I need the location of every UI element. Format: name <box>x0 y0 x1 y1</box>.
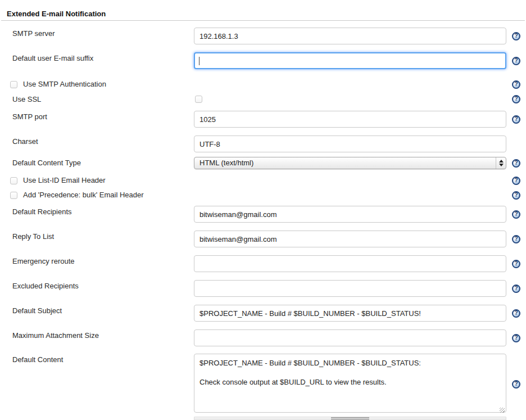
charset-label: Charset <box>0 136 194 152</box>
default-subject-label: Default Subject <box>0 305 194 322</box>
row-smtp-port: SMTP port ? <box>0 111 526 128</box>
use-smtp-auth-checkbox[interactable] <box>10 81 17 88</box>
help-icon[interactable]: ? <box>512 210 520 219</box>
row-list-id: Use List-ID Email Header ? <box>0 176 526 185</box>
row-use-smtp-auth: Use SMTP Authentication ? <box>0 80 526 89</box>
excluded-recipients-label: Excluded Recipients <box>0 280 194 297</box>
row-default-suffix: Default user E-mail suffix ? <box>0 52 526 69</box>
smtp-port-input[interactable] <box>194 111 506 128</box>
row-excluded-recipients: Excluded Recipients ? <box>0 280 526 297</box>
row-default-recipients: Default Recipients ? <box>0 206 526 223</box>
default-suffix-input[interactable] <box>194 52 506 69</box>
precedence-bulk-label: Add 'Precedence: bulk' Email Header <box>23 191 144 200</box>
select-stepper-icon <box>496 157 506 169</box>
help-icon[interactable]: ? <box>512 380 520 389</box>
charset-input[interactable] <box>194 136 506 152</box>
row-default-content: Default Content $PROJECT_NAME - Build # … <box>0 354 526 414</box>
max-attachment-label: Maximum Attachment Size <box>0 329 194 346</box>
section-header: Extended E-mail Notification <box>1 0 525 21</box>
row-default-subject: Default Subject ? <box>0 305 526 322</box>
use-ssl-label: Use SSL <box>0 94 194 103</box>
extended-email-notification-form: SMTP server ? Default user E-mail suffix… <box>0 28 526 420</box>
use-smtp-auth-label: Use SMTP Authentication <box>23 80 106 89</box>
section-title: Extended E-mail Notification <box>7 10 519 18</box>
help-icon[interactable]: ? <box>512 95 520 103</box>
row-content-type: Default Content Type HTML (text/html) ? <box>0 157 526 169</box>
row-charset: Charset <box>0 136 526 152</box>
row-drag-bar <box>0 417 526 420</box>
reply-to-input[interactable] <box>194 231 506 247</box>
text-caret <box>199 57 199 65</box>
reply-to-label: Reply To List <box>0 231 194 247</box>
content-type-select[interactable]: HTML (text/html) <box>194 157 506 169</box>
drag-grip-icon <box>331 417 369 420</box>
content-type-label: Default Content Type <box>0 157 194 169</box>
emergency-reroute-input[interactable] <box>194 255 506 272</box>
max-attachment-input[interactable] <box>194 329 506 346</box>
default-content-textarea[interactable]: $PROJECT_NAME - Build # $BUILD_NUMBER - … <box>194 354 506 413</box>
default-suffix-label: Default user E-mail suffix <box>0 52 194 69</box>
help-icon[interactable]: ? <box>512 260 520 268</box>
default-recipients-label: Default Recipients <box>0 206 194 223</box>
textarea-resize-handle[interactable] <box>194 417 506 420</box>
help-icon[interactable]: ? <box>512 309 520 318</box>
row-max-attachment: Maximum Attachment Size ? <box>0 329 526 346</box>
default-subject-input[interactable] <box>194 305 506 322</box>
list-id-label: Use List-ID Email Header <box>23 176 106 185</box>
smtp-server-label: SMTP server <box>0 28 194 44</box>
help-icon[interactable]: ? <box>512 80 520 89</box>
row-precedence-bulk: Add 'Precedence: bulk' Email Header ? <box>0 191 526 200</box>
content-type-selected-value: HTML (text/html) <box>199 157 496 169</box>
excluded-recipients-input[interactable] <box>194 280 506 297</box>
help-icon[interactable]: ? <box>512 235 520 243</box>
help-icon[interactable]: ? <box>512 191 520 200</box>
help-icon[interactable]: ? <box>512 284 520 293</box>
default-recipients-input[interactable] <box>194 206 506 223</box>
help-icon[interactable]: ? <box>512 159 520 168</box>
help-icon[interactable]: ? <box>512 57 520 65</box>
list-id-checkbox[interactable] <box>10 177 17 184</box>
help-icon[interactable]: ? <box>512 115 520 124</box>
help-icon[interactable]: ? <box>512 177 520 185</box>
default-content-label: Default Content <box>0 354 194 414</box>
row-emergency-reroute: Emergency reroute ? <box>0 255 526 272</box>
help-icon[interactable]: ? <box>512 334 520 342</box>
row-use-ssl: Use SSL ? <box>0 94 526 103</box>
row-reply-to: Reply To List ? <box>0 231 526 247</box>
use-ssl-checkbox[interactable] <box>195 96 202 103</box>
smtp-port-label: SMTP port <box>0 111 194 128</box>
help-icon[interactable]: ? <box>512 32 520 40</box>
precedence-bulk-checkbox[interactable] <box>10 192 17 199</box>
row-smtp-server: SMTP server ? <box>0 28 526 44</box>
emergency-reroute-label: Emergency reroute <box>0 255 194 272</box>
smtp-server-input[interactable] <box>194 28 506 44</box>
